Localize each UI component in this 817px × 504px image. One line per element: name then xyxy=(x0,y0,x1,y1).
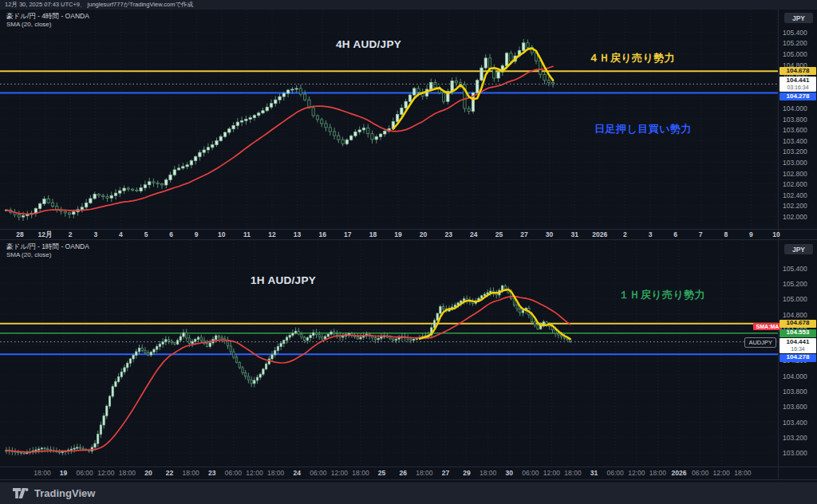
tradingview-logo-icon[interactable] xyxy=(13,488,29,498)
panel2-legend[interactable]: 豪ドル/円 - 1時間 - OANDA SMA (20, close) xyxy=(6,242,89,259)
panel2-indicator-label: SMA (20, close) xyxy=(6,251,89,259)
panel1-indicator-label: SMA (20, close) xyxy=(6,21,89,29)
currency-button-panel1[interactable]: JPY xyxy=(784,13,813,23)
candles-panel-1 xyxy=(5,39,554,221)
panel2-watermark-title: 1H AUD/JPY xyxy=(251,274,316,286)
price-axis-border[interactable] xyxy=(778,10,779,479)
tradingview-snapshot: 12月 30, 2025 07:43 UTC+9、 junglesurf777が… xyxy=(0,0,817,504)
candles-panel-2 xyxy=(6,284,571,455)
creation-note: 12月 30, 2025 07:43 UTC+9、 junglesurf777が… xyxy=(5,1,193,9)
panel1-legend[interactable]: 豪ドル/円 - 4時間 - OANDA SMA (20, close) xyxy=(6,12,89,29)
bottom-divider xyxy=(0,479,817,480)
panel1-watermark-title: 4H AUD/JPY xyxy=(336,38,401,50)
chart-canvas[interactable] xyxy=(0,0,817,504)
panel1-axis-divider xyxy=(0,229,817,230)
sma-20-1h xyxy=(6,297,570,452)
sma-20-4h xyxy=(6,66,553,214)
tradingview-footer: TradingView xyxy=(0,482,817,504)
panel2-axis-divider xyxy=(0,467,817,467)
brand-name[interactable]: TradingView xyxy=(34,487,95,499)
panel-separator xyxy=(0,239,817,240)
panel1-symbol-title: 豪ドル/円 - 4時間 - OANDA xyxy=(6,12,89,21)
currency-button-panel2[interactable]: JPY xyxy=(784,244,813,254)
panel2-symbol-title: 豪ドル/円 - 1時間 - OANDA xyxy=(6,242,89,251)
creation-topbar: 12月 30, 2025 07:43 UTC+9、 junglesurf777が… xyxy=(0,0,817,10)
